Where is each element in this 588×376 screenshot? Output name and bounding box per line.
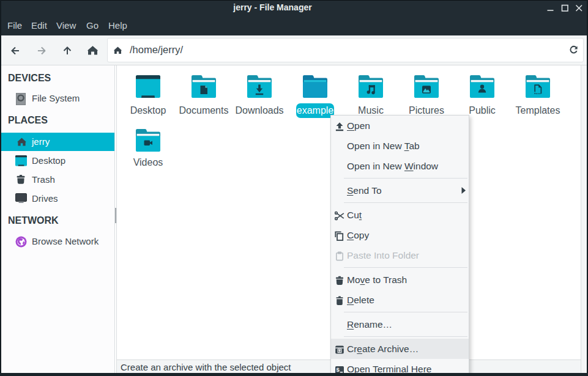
svg-text:$: $ [337,366,340,372]
